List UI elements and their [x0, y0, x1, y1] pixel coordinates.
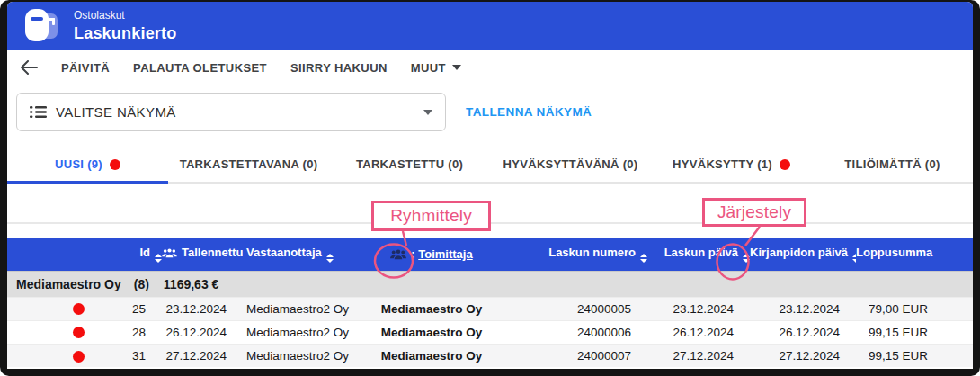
- column-label: Kirjanpidon päivä: [750, 246, 848, 259]
- cell-supplier: Mediamaestro Oy: [378, 344, 486, 367]
- tab-bar: UUSI (9) TARKASTETTAVANA (0) TARKASTETTU…: [7, 147, 973, 184]
- cell-supplier: Mediamaestro Oy: [378, 297, 486, 320]
- column-label: Loppusumma: [856, 246, 932, 259]
- column-header-id[interactable]: Id: [106, 238, 162, 271]
- column-label: Tallennettu: [182, 246, 243, 259]
- more-menu-label: MUUT: [411, 61, 446, 75]
- view-select-label: VALITSE NÄKYMÄ: [56, 104, 176, 120]
- more-menu-button[interactable]: MUUT: [411, 61, 461, 75]
- empty-header-cell: [935, 238, 973, 271]
- cell-saved: 27.12.2024: [162, 344, 243, 367]
- column-header-loppusumma[interactable]: Loppusumma: [856, 238, 935, 271]
- screenshot-frame: Ostolaskut Laskunkierto PÄIVITÄ PALAUTA …: [0, 0, 980, 376]
- column-label: Id: [139, 246, 150, 259]
- cell-saved: 26.12.2024: [162, 320, 243, 344]
- status-column-header: [7, 238, 106, 271]
- sort-icon[interactable]: [326, 254, 334, 263]
- column-header-laskun-paiva[interactable]: Laskun päivä: [647, 238, 750, 271]
- cell-invoice-date: 27.12.2024: [647, 344, 750, 367]
- column-header-tallennettu[interactable]: Tallennettu: [162, 238, 243, 271]
- go-to-search-button[interactable]: SIIRRY HAKUUN: [290, 61, 388, 75]
- cell-accounting-date: 26.12.2024: [750, 320, 856, 344]
- annotation-sorting: Järjestely: [702, 198, 806, 227]
- cell-invoice-date: 23.12.2024: [647, 297, 750, 320]
- cell-empty: [935, 344, 973, 367]
- annotation-grouping: Ryhmittely: [371, 201, 491, 231]
- cell-empty: [935, 320, 973, 344]
- column-label: Laskun päivä: [664, 246, 738, 259]
- list-icon: [30, 105, 47, 119]
- column-header-toimittaja[interactable]: : Toimittaja: [378, 238, 486, 271]
- logo-mailbox-shape: [25, 9, 49, 41]
- table-row[interactable]: 28 26.12.2024 Mediamaestro2 Oy Mediamaes…: [7, 320, 973, 344]
- cell-id: 28: [106, 320, 162, 344]
- column-header-laskun-numero[interactable]: Laskun numero: [486, 238, 647, 271]
- page-title: Laskunkierto: [74, 24, 176, 43]
- cell-id: 25: [106, 297, 162, 320]
- tab-label: HYVÄKSYTTY (1): [673, 157, 772, 171]
- column-header-kirjanpidon-paiva[interactable]: Kirjanpidon päivä: [750, 238, 856, 271]
- cell-total: 99,15 EUR: [856, 320, 935, 344]
- group-name: Mediamaestro Oy: [16, 277, 121, 291]
- view-bar: VALITSE NÄKYMÄ TALLENNA NÄKYMÄ: [7, 93, 973, 131]
- cell-invoice-number: 24000005: [486, 297, 647, 320]
- column-label: Vastaanottaja: [246, 246, 322, 259]
- restore-defaults-button[interactable]: PALAUTA OLETUKSET: [133, 61, 267, 75]
- app-header: Ostolaskut Laskunkierto: [7, 2, 973, 50]
- group-total: 1169,63 €: [164, 277, 219, 291]
- save-view-link[interactable]: TALLENNA NÄKYMÄ: [466, 105, 592, 119]
- app-window: Ostolaskut Laskunkierto PÄIVITÄ PALAUTA …: [7, 2, 973, 369]
- cell-accounting-date: 27.12.2024: [750, 344, 856, 367]
- column-label: Laskun numero: [548, 246, 636, 259]
- cell-receiver: Mediamaestro2 Oy: [243, 297, 378, 320]
- tab-hyvaksytty[interactable]: HYVÄKSYTTY (1): [651, 147, 812, 182]
- tab-uusi[interactable]: UUSI (9): [7, 147, 168, 182]
- refresh-button[interactable]: PÄIVITÄ: [61, 61, 110, 75]
- app-logo-icon: [18, 6, 59, 46]
- cell-total: 79,00 EUR: [856, 297, 935, 320]
- cell-empty: [935, 297, 973, 320]
- status-dot-red: [73, 303, 85, 315]
- sort-icon[interactable]: [640, 254, 647, 263]
- tab-label: TARKASTETTU (0): [356, 157, 463, 171]
- logo-flag-shape: [48, 18, 55, 21]
- group-count: (8): [134, 277, 149, 291]
- cell-receiver: Mediamaestro2 Oy: [243, 344, 378, 367]
- cell-receiver: Mediamaestro2 Oy: [243, 320, 378, 344]
- invoice-table: Id Tallennettu Vastaanottaja : Toimittaj…: [7, 238, 973, 367]
- tab-label: UUSI (9): [55, 157, 102, 171]
- back-arrow-icon[interactable]: [20, 60, 38, 75]
- tab-hyvaksyttavana[interactable]: HYVÄKSYTTÄVÄNÄ (0): [490, 147, 651, 182]
- status-dot-red: [73, 351, 85, 363]
- chevron-down-icon: [452, 65, 461, 70]
- cell-total: 99,15 EUR: [856, 344, 935, 367]
- tab-tarkastettavana[interactable]: TARKASTETTAVANA (0): [168, 147, 329, 182]
- tab-label: HYVÄKSYTTÄVÄNÄ (0): [503, 157, 638, 171]
- table-row[interactable]: 25 23.12.2024 Mediamaestro2 Oy Mediamaes…: [7, 297, 973, 320]
- column-header-vastaanottaja[interactable]: Vastaanottaja: [243, 238, 378, 271]
- colon-separator: :: [411, 247, 414, 261]
- tab-tilioimatta[interactable]: TILIÖIMÄTTÄ (0): [812, 147, 973, 182]
- cell-supplier: Mediamaestro Oy: [378, 320, 486, 344]
- column-label[interactable]: Toimittaja: [418, 247, 472, 261]
- view-select-dropdown[interactable]: VALITSE NÄKYMÄ: [16, 93, 446, 131]
- red-dot-indicator: [110, 159, 120, 170]
- toolbar: PÄIVITÄ PALAUTA OLETUKSET SIIRRY HAKUUN …: [7, 50, 973, 85]
- red-dot-indicator: [780, 159, 790, 170]
- table-row[interactable]: 31 27.12.2024 Mediamaestro2 Oy Mediamaes…: [7, 344, 973, 367]
- sort-icon-laskun-paiva[interactable]: [743, 254, 750, 263]
- group-row[interactable]: Mediamaestro Oy(8)1169,63 €: [7, 271, 973, 297]
- cell-accounting-date: 23.12.2024: [750, 297, 856, 320]
- app-name: Ostolaskut: [74, 9, 176, 22]
- sort-icon[interactable]: [155, 254, 162, 263]
- group-by-icon[interactable]: [162, 248, 177, 258]
- cell-saved: 23.12.2024: [162, 297, 243, 320]
- header-titles: Ostolaskut Laskunkierto: [74, 9, 176, 43]
- group-by-supplier-icon[interactable]: [390, 249, 406, 260]
- tab-tarkastettu[interactable]: TARKASTETTU (0): [329, 147, 490, 182]
- cell-invoice-date: 26.12.2024: [647, 320, 750, 344]
- tab-label: TARKASTETTAVANA (0): [180, 157, 318, 171]
- cell-invoice-number: 24000006: [486, 320, 647, 344]
- cell-invoice-number: 24000007: [486, 344, 647, 367]
- tab-label: TILIÖIMÄTTÄ (0): [844, 157, 940, 171]
